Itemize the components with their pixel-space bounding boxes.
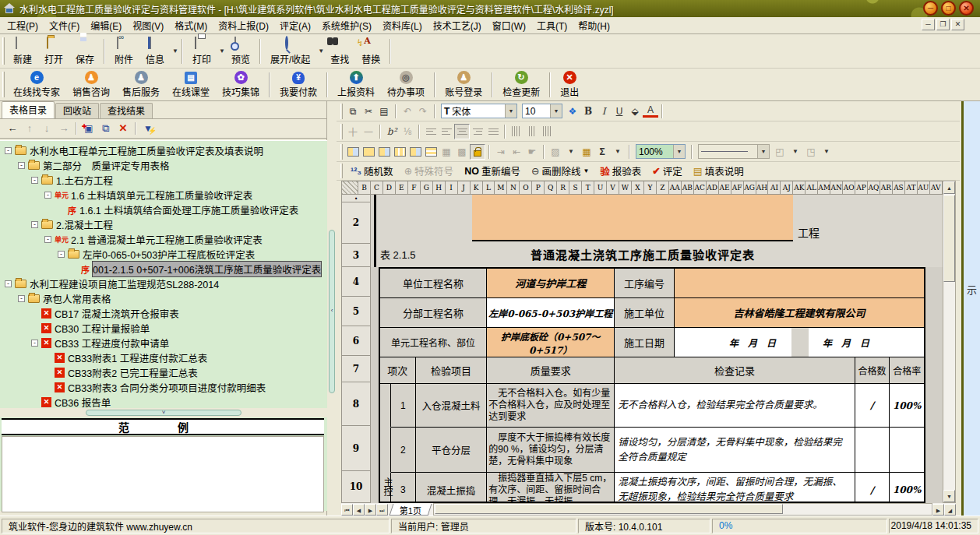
align-center-icon[interactable]	[454, 124, 470, 139]
column-header[interactable]: W	[619, 181, 632, 195]
column-header[interactable]: S	[569, 181, 582, 195]
tree-item[interactable]: -第二部分 质量评定专用表格	[0, 158, 327, 173]
column-header[interactable]: AF	[731, 181, 744, 195]
column-header[interactable]: AE	[719, 181, 731, 195]
line-color-dropdown[interactable]: ▼	[819, 144, 834, 160]
row-header[interactable]: 3	[341, 244, 371, 267]
column-header[interactable]: M	[495, 181, 507, 195]
menu-view[interactable]: 视图(V)	[127, 16, 169, 34]
filter-button[interactable]: ▼	[140, 121, 156, 136]
lock-cell-icon[interactable]	[470, 144, 485, 160]
last-page-button[interactable]: ⏭	[376, 504, 388, 516]
merge-left-icon[interactable]	[345, 144, 361, 160]
column-header[interactable]: AQ	[868, 181, 880, 195]
nav-forward-button[interactable]: →	[56, 121, 72, 136]
tree-item[interactable]: 序1.6.1 土料填筑结合面处理工序施工质量验收评定表	[0, 202, 327, 217]
undo-icon[interactable]: ↶	[400, 104, 415, 119]
row-header[interactable]: 7	[341, 356, 371, 382]
tree-item[interactable]: -单元2.1 普通混凝土单元工程施工质量验收评定表	[0, 232, 327, 247]
row-header[interactable]: 10	[341, 471, 371, 503]
splitter-collapse-handle[interactable]: ˅	[86, 410, 241, 416]
minimize-button[interactable]: ─	[923, 1, 938, 16]
border-color-icon[interactable]: ◰	[772, 144, 788, 160]
row-header[interactable]: 2	[341, 202, 371, 244]
scroll-up-button[interactable]: ▲	[943, 181, 955, 194]
insert-row-icon[interactable]: ＋	[345, 124, 361, 139]
row-header[interactable]: 9	[341, 426, 371, 471]
bold-button[interactable]: B	[580, 104, 596, 119]
online-class-button[interactable]: ▤在线课堂	[166, 71, 216, 99]
tree-expander[interactable]: -	[18, 162, 25, 169]
tree-expander[interactable]: -	[31, 221, 38, 228]
tree-item[interactable]: ✕CB17 混凝土浇筑开仓报审表	[0, 306, 327, 321]
font-size-combo[interactable]: 10▼	[522, 104, 562, 118]
column-header[interactable]: AC	[694, 181, 707, 195]
hint-strip[interactable]: 示	[961, 101, 980, 516]
column-header[interactable]: AM	[818, 181, 830, 195]
check-record[interactable]: 铺设均匀，分层清楚，无骨料集中现象，检验结果完全符合质量规定	[615, 428, 855, 472]
first-page-button[interactable]: ⏮	[341, 504, 353, 516]
redo-icon[interactable]: ↷	[415, 104, 431, 119]
pass-count-cell[interactable]	[855, 428, 890, 472]
column-header[interactable]: P	[532, 181, 545, 195]
tree-expander[interactable]: -	[31, 340, 38, 347]
column-header[interactable]: L	[483, 181, 495, 195]
align-top-icon[interactable]	[423, 124, 439, 139]
shade-icon[interactable]: ▦	[439, 144, 454, 160]
column-header[interactable]: J	[458, 181, 471, 195]
delete-form-button[interactable]: ✕	[115, 121, 131, 136]
pay-button[interactable]: ¥我要付款	[273, 71, 323, 99]
tree-expander[interactable]: -	[5, 147, 12, 154]
pass-count-cell[interactable]: /	[855, 473, 890, 503]
inspection-form-button[interactable]: 验报验表	[594, 164, 647, 179]
maximize-button[interactable]: □	[941, 1, 956, 16]
line-style-combo[interactable]: ▼	[698, 144, 770, 159]
column-header[interactable]: AB	[682, 181, 694, 195]
column-header[interactable]: C	[371, 181, 383, 195]
column-header[interactable]: AP	[855, 181, 868, 195]
italic-button[interactable]: I	[596, 104, 612, 119]
tree-item[interactable]: -1.土石方工程	[0, 173, 327, 188]
tree-expander[interactable]: -	[18, 295, 25, 302]
tree-expander[interactable]: -	[31, 177, 38, 184]
tree-item[interactable]: 序001-2.1.5 0+507-1+006浇筑工序施工质量验收评定表	[0, 262, 327, 276]
menu-system[interactable]: 系统维护(S)	[316, 16, 377, 34]
vertical-text-right-icon[interactable]	[540, 124, 555, 139]
column-header[interactable]: AO	[843, 181, 855, 195]
nav-down-button[interactable]: ↓	[39, 121, 55, 136]
menu-project[interactable]: 工程(P)	[2, 16, 44, 34]
split-horizontal-icon[interactable]	[423, 144, 439, 160]
info-dropdown-arrow[interactable]: ▼	[172, 48, 178, 55]
column-header[interactable]: R	[557, 181, 569, 195]
menu-technique[interactable]: 技术工艺(J)	[428, 16, 487, 34]
nav-up-button[interactable]: ↑	[22, 121, 37, 136]
expand-collapse-button[interactable]: 展开/收起	[264, 37, 316, 66]
tree-item[interactable]: -✕CB33 工程进度付款申请单	[0, 336, 327, 350]
column-header[interactable]: AR	[880, 181, 893, 195]
menu-report-upload[interactable]: 资料上报(D)	[213, 16, 274, 34]
prev-page-button[interactable]: ◀	[353, 504, 365, 516]
column-header[interactable]: AK	[793, 181, 806, 195]
info-button[interactable]: 信息	[139, 37, 171, 66]
row-header[interactable]: 6	[341, 326, 371, 356]
fill-dropdown-arrow[interactable]: ▼	[563, 144, 579, 160]
fill-help-button[interactable]: ▤填表说明	[688, 164, 749, 179]
column-header[interactable]: B	[358, 181, 371, 195]
column-header[interactable]: AI	[768, 181, 781, 195]
sum-icon[interactable]: Σ	[594, 144, 610, 160]
column-header[interactable]: AA	[669, 181, 682, 195]
scroll-right-button[interactable]: ▶	[932, 504, 944, 516]
tree-item[interactable]: ✕CB33附表1 工程进度付款汇总表	[0, 350, 327, 365]
check-record[interactable]: 无不合格料入仓，检验结果完全符合质量要求。	[615, 384, 855, 427]
sales-button[interactable]: ♟销售咨询	[66, 70, 116, 99]
pass-rate-cell[interactable]: 100%	[890, 384, 924, 427]
merge-cells-icon[interactable]	[361, 144, 376, 160]
online-expert-button[interactable]: e在线找专家	[7, 70, 66, 99]
align-left-icon[interactable]	[439, 124, 454, 139]
build-date-value[interactable]: 年 月 日 － 年 月 日	[675, 328, 924, 357]
vertical-scroll-thumb[interactable]	[943, 195, 955, 282]
indent-decrease-icon[interactable]: ⇤	[509, 144, 524, 160]
column-header[interactable]: AD	[707, 181, 719, 195]
split-cell-icon[interactable]	[407, 144, 423, 160]
column-header[interactable]: X	[632, 181, 644, 195]
